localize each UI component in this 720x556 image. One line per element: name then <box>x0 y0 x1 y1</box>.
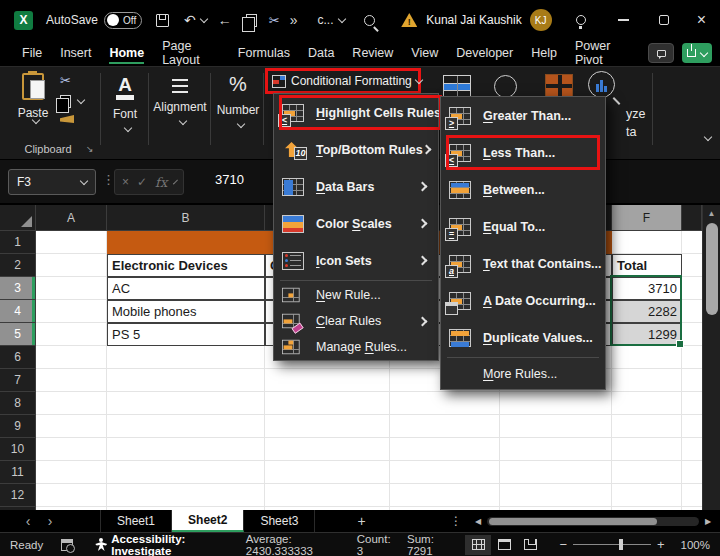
cell-b4[interactable]: Mobile phones <box>107 300 265 323</box>
zoom-in-button[interactable]: + <box>651 537 671 552</box>
tab-file[interactable]: File <box>22 42 42 64</box>
menu-item-new-rule[interactable]: New Rule... <box>274 282 438 308</box>
vertical-scroll-thumb[interactable] <box>706 223 718 315</box>
save-icon[interactable] <box>156 14 169 27</box>
undo-button[interactable]: ↶ <box>184 12 207 28</box>
menu-item-color-scales[interactable]: Color Scales <box>274 205 438 242</box>
row-header-9[interactable]: 9 <box>0 415 36 438</box>
row-header-1[interactable]: 1 <box>0 231 36 254</box>
name-box[interactable]: F3 <box>8 169 96 195</box>
menu-item-equal-to[interactable]: = Equal To... <box>441 208 605 245</box>
page-layout-view-button[interactable] <box>491 535 517 555</box>
sheet-tab-sheet3[interactable]: Sheet3 <box>244 510 315 532</box>
close-button[interactable]: × <box>697 15 706 25</box>
clipboard-dialog-launcher[interactable]: ↘ <box>86 144 94 154</box>
horizontal-scroll-thumb[interactable] <box>489 518 657 525</box>
confirm-entry-icon[interactable]: ✓ <box>137 175 147 189</box>
menu-item-less-than[interactable]: < Less Than... <box>441 134 605 171</box>
avatar[interactable]: KJ <box>530 9 552 31</box>
sheet-tab-sheet2[interactable]: Sheet2 <box>172 510 244 532</box>
copy-button[interactable] <box>60 95 84 108</box>
share-button[interactable] <box>682 43 712 63</box>
vertical-scrollbar[interactable]: ▲ <box>702 205 720 510</box>
lightbulb-icon[interactable] <box>576 15 586 25</box>
horizontal-scrollbar[interactable]: ◀ ▶ <box>472 517 714 526</box>
menu-item-greater-than[interactable]: > Greater Than... <box>441 97 605 134</box>
menu-item-manage-rules[interactable]: Manage Rules... <box>274 334 438 360</box>
tab-insert[interactable]: Insert <box>60 42 91 64</box>
row-header-5[interactable]: 5 <box>0 323 36 346</box>
autosave-toggle[interactable]: Off <box>104 12 142 29</box>
zoom-slider-thumb[interactable] <box>619 539 623 550</box>
zoom-slider[interactable] <box>573 544 651 545</box>
number-group-button[interactable]: % Number <box>212 71 264 127</box>
cell-b5[interactable]: PS 5 <box>107 323 265 346</box>
menu-item-more-rules[interactable]: More Rules... <box>441 359 605 389</box>
font-group-button[interactable]: A Font <box>103 71 147 131</box>
macro-record-icon[interactable] <box>61 539 73 551</box>
copy-icon[interactable] <box>246 14 257 27</box>
tab-review[interactable]: Review <box>352 42 393 64</box>
search-icon[interactable] <box>364 15 375 26</box>
row-header-4[interactable]: 4 <box>0 300 36 323</box>
insert-function-icon[interactable]: fx <box>155 175 167 190</box>
cancel-entry-icon[interactable]: × <box>122 175 129 189</box>
tab-view[interactable]: View <box>411 42 438 64</box>
paste-button[interactable]: Paste <box>10 71 56 143</box>
cell-f5[interactable]: 1299 <box>612 323 682 346</box>
add-sheet-button[interactable]: + <box>357 513 365 529</box>
cell-f2[interactable]: Total <box>612 254 682 277</box>
alignment-group-button[interactable]: Alignment <box>150 71 210 124</box>
format-as-table-icon[interactable] <box>443 75 471 97</box>
quick-access-overflow[interactable]: » <box>290 12 298 28</box>
horizontal-scroll-track[interactable] <box>487 517 699 526</box>
column-header-b[interactable]: B <box>107 205 265 231</box>
format-painter-button[interactable] <box>60 115 74 123</box>
cut-button[interactable]: ✂ <box>60 73 71 88</box>
zoom-out-button[interactable]: − <box>553 537 573 552</box>
normal-view-button[interactable] <box>465 535 491 555</box>
cell-f4[interactable]: 2282 <box>612 300 682 323</box>
menu-item-between[interactable]: Between... <box>441 171 605 208</box>
row-header-12[interactable]: 12 <box>0 484 36 507</box>
conditional-formatting-button[interactable]: Conditional Formatting <box>265 68 421 94</box>
chevron-down-icon[interactable] <box>337 14 345 22</box>
row-header-7[interactable]: 7 <box>0 369 36 392</box>
minimize-button[interactable] <box>618 19 629 21</box>
column-header-g-partial[interactable] <box>682 205 702 231</box>
column-header-f[interactable]: F <box>612 205 682 231</box>
shapes-circle-icon[interactable] <box>494 75 517 98</box>
cell-b3[interactable]: AC <box>107 277 265 300</box>
row-header-11[interactable]: 11 <box>0 461 36 484</box>
menu-item-top-bottom-rules[interactable]: 10 Top/Bottom Rules <box>274 131 438 168</box>
row-header-2[interactable]: 2 <box>0 254 36 277</box>
formula-bar-value[interactable]: 3710 <box>215 172 244 187</box>
sheet-tab-sheet1[interactable]: Sheet1 <box>100 510 172 532</box>
cell-b2[interactable]: Electronic Devices <box>107 254 265 277</box>
back-arrow-icon[interactable]: ← <box>218 12 232 28</box>
scroll-left-icon[interactable]: ◀ <box>472 517 484 526</box>
prev-sheet-icon[interactable]: ‹ <box>18 513 38 529</box>
row-header-10[interactable]: 10 <box>0 438 36 461</box>
tab-developer[interactable]: Developer <box>456 42 513 64</box>
menu-item-a-date-occurring[interactable]: A Date Occurring... <box>441 282 605 319</box>
tab-help[interactable]: Help <box>531 42 557 64</box>
tab-data[interactable]: Data <box>308 42 334 64</box>
scroll-up-icon[interactable]: ▲ <box>703 205 720 221</box>
menu-item-highlight-cells-rules[interactable]: < Highlight Cells Rules <box>274 94 438 131</box>
menu-item-text-that-contains[interactable]: a Text that Contains... <box>441 245 605 282</box>
select-all-corner[interactable] <box>0 205 36 231</box>
cell-f3-active[interactable]: 3710 <box>612 277 682 300</box>
analyze-data-icon[interactable] <box>588 71 615 98</box>
page-break-view-button[interactable] <box>517 535 543 555</box>
menu-item-icon-sets[interactable]: Icon Sets <box>274 242 438 279</box>
menu-item-data-bars[interactable]: Data Bars <box>274 168 438 205</box>
tab-formulas[interactable]: Formulas <box>238 42 290 64</box>
column-header-a[interactable]: A <box>36 205 107 231</box>
menu-item-duplicate-values[interactable]: Duplicate Values... <box>441 319 605 356</box>
next-sheet-icon[interactable]: › <box>40 513 60 529</box>
tab-home[interactable]: Home <box>109 42 144 64</box>
row-header-6[interactable]: 6 <box>0 346 36 369</box>
tabbar-options-icon[interactable]: ⋮ <box>450 514 462 528</box>
maximize-button[interactable] <box>659 15 669 25</box>
